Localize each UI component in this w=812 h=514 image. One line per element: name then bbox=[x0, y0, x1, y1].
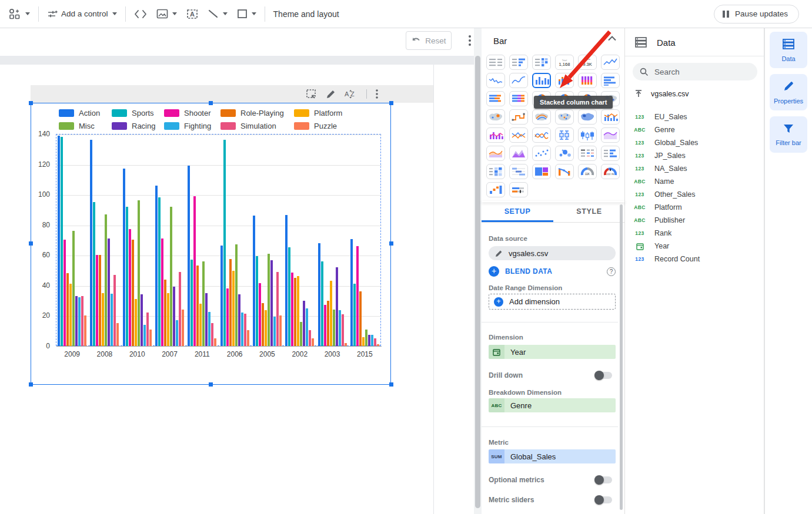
bar[interactable] bbox=[155, 186, 158, 346]
field-item[interactable]: 123EU_Sales bbox=[632, 110, 758, 123]
bar[interactable] bbox=[359, 291, 362, 346]
help-icon[interactable]: ? bbox=[607, 267, 616, 276]
bar[interactable] bbox=[149, 330, 152, 346]
multi-line-chart-icon[interactable] bbox=[509, 127, 528, 143]
gauge-2-icon[interactable]: 222.7K bbox=[601, 164, 620, 179]
area-chart-icon[interactable] bbox=[486, 146, 505, 161]
resize-handle[interactable] bbox=[389, 382, 393, 387]
optional-metrics-toggle[interactable] bbox=[594, 476, 612, 483]
bar[interactable] bbox=[294, 278, 296, 346]
resize-handle[interactable] bbox=[29, 241, 33, 246]
data-source-row[interactable]: vgsales.csv bbox=[634, 89, 689, 98]
bar[interactable] bbox=[336, 267, 338, 346]
field-item[interactable]: 123NA_Sales bbox=[632, 162, 758, 175]
insert-shape-button[interactable] bbox=[232, 4, 261, 24]
bar[interactable] bbox=[102, 293, 104, 346]
bar[interactable] bbox=[146, 313, 149, 346]
bar[interactable] bbox=[126, 207, 128, 346]
bar[interactable] bbox=[368, 335, 370, 346]
bar[interactable] bbox=[220, 246, 223, 346]
metric-sliders-toggle[interactable] bbox=[594, 496, 612, 503]
canvas-menu-button[interactable] bbox=[465, 33, 474, 48]
resize-handle[interactable] bbox=[29, 101, 33, 105]
bar[interactable] bbox=[81, 296, 83, 346]
bar[interactable] bbox=[214, 338, 216, 346]
chevron-up-icon[interactable] bbox=[607, 35, 617, 41]
waterfall-icon[interactable] bbox=[486, 182, 505, 197]
bar[interactable] bbox=[164, 280, 166, 346]
bar[interactable] bbox=[270, 260, 273, 346]
bar[interactable] bbox=[241, 313, 243, 346]
table-with-heatmap-icon[interactable] bbox=[532, 55, 551, 70]
legend-item[interactable]: Puzzle bbox=[294, 122, 359, 130]
bar[interactable] bbox=[285, 215, 288, 346]
bar[interactable] bbox=[196, 266, 199, 346]
bar[interactable] bbox=[205, 293, 208, 346]
bar[interactable] bbox=[61, 137, 63, 346]
field-item[interactable]: 123Record Count bbox=[632, 253, 758, 266]
combo-decline-icon[interactable] bbox=[555, 164, 574, 179]
bar[interactable] bbox=[356, 246, 359, 346]
bar[interactable] bbox=[143, 325, 146, 346]
search-input[interactable]: Search bbox=[633, 63, 757, 80]
bubble-chart-icon[interactable] bbox=[555, 146, 574, 161]
field-item[interactable]: ABCGenre bbox=[632, 123, 758, 136]
bar[interactable] bbox=[330, 281, 332, 346]
bar[interactable] bbox=[182, 310, 184, 346]
bar[interactable] bbox=[78, 297, 81, 346]
bar[interactable] bbox=[226, 288, 229, 346]
bar[interactable] bbox=[327, 301, 329, 346]
stacked-area-icon[interactable] bbox=[509, 146, 528, 161]
column-chart-icon[interactable] bbox=[532, 73, 551, 88]
bar[interactable] bbox=[99, 255, 101, 346]
bar[interactable] bbox=[362, 337, 365, 346]
bar[interactable] bbox=[90, 140, 92, 346]
edit-pencil-icon[interactable] bbox=[326, 89, 336, 99]
bar[interactable] bbox=[268, 254, 270, 346]
bar[interactable] bbox=[223, 140, 226, 346]
legend-item[interactable]: Misc bbox=[59, 122, 112, 130]
tab-setup[interactable]: SETUP bbox=[482, 202, 553, 222]
bar[interactable] bbox=[244, 314, 246, 346]
bar[interactable] bbox=[297, 276, 299, 346]
legend-item[interactable]: Action bbox=[59, 109, 112, 117]
field-item[interactable]: 123Global_Sales bbox=[632, 136, 758, 149]
data-source-pill[interactable]: vgsales.csv bbox=[489, 246, 616, 260]
bar[interactable] bbox=[123, 169, 125, 346]
bar[interactable] bbox=[113, 275, 116, 346]
field-item[interactable]: ABCPlatform bbox=[632, 201, 758, 214]
bar[interactable] bbox=[256, 256, 258, 346]
metric-pill[interactable]: SUM Global_Sales bbox=[489, 449, 616, 463]
bar[interactable] bbox=[321, 261, 323, 346]
bar[interactable] bbox=[324, 305, 326, 346]
bar[interactable] bbox=[259, 283, 261, 346]
bar[interactable] bbox=[173, 287, 175, 346]
legend-item[interactable]: Fighting bbox=[164, 122, 220, 130]
bar[interactable] bbox=[170, 207, 172, 346]
field-item[interactable]: 123JP_Sales bbox=[632, 149, 758, 162]
bar[interactable] bbox=[342, 314, 344, 346]
treemap-icon[interactable] bbox=[532, 164, 551, 179]
bar[interactable] bbox=[276, 272, 279, 346]
bar[interactable] bbox=[371, 335, 373, 346]
bar[interactable] bbox=[291, 273, 293, 346]
legend-item[interactable]: Platform bbox=[294, 109, 359, 117]
bar[interactable] bbox=[306, 308, 308, 346]
scorecard-icon[interactable]: Total1,168 bbox=[555, 55, 574, 70]
geo-bubble-map-icon[interactable] bbox=[486, 109, 505, 125]
chart-widget[interactable]: AZ ActionSportsShooterRole-PlayingPlatfo… bbox=[31, 85, 433, 385]
sort-az-icon[interactable]: AZ bbox=[344, 89, 358, 99]
field-item[interactable]: Year bbox=[632, 240, 758, 253]
bar[interactable] bbox=[262, 303, 264, 346]
bar[interactable] bbox=[135, 299, 137, 346]
100-stacked-bar-chart-icon[interactable] bbox=[509, 91, 528, 106]
bar[interactable] bbox=[229, 259, 232, 346]
bar[interactable] bbox=[69, 284, 72, 346]
stacked-bar-chart-icon[interactable] bbox=[486, 91, 505, 106]
panel-scrollbar[interactable] bbox=[620, 204, 623, 510]
scrollbar-thumb[interactable] bbox=[475, 56, 480, 508]
embed-code-button[interactable] bbox=[129, 4, 152, 24]
bar[interactable] bbox=[300, 322, 302, 346]
bar[interactable] bbox=[199, 304, 202, 346]
table-with-bars-icon[interactable] bbox=[509, 55, 528, 70]
